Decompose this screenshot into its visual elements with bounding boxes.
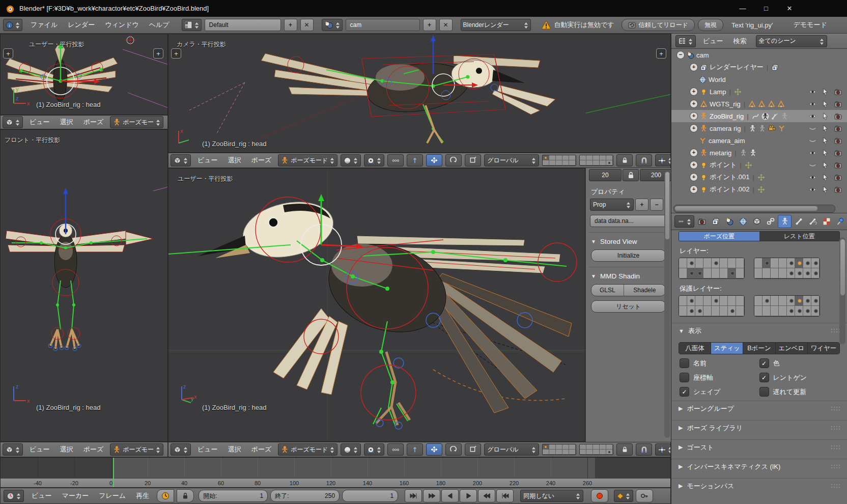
layer-cell[interactable] xyxy=(543,450,549,455)
layer-cell[interactable] xyxy=(543,444,549,450)
layer-cell[interactable] xyxy=(549,155,556,160)
layer-cell[interactable] xyxy=(586,450,593,455)
initialize-button[interactable]: Initialize xyxy=(591,249,666,262)
outliner-item-world[interactable]: World xyxy=(671,73,847,86)
layer-cell[interactable] xyxy=(593,160,600,165)
next-key-button[interactable] xyxy=(478,489,495,502)
outliner-item--002[interactable]: +ポイント.002| xyxy=(671,183,847,195)
layer-cell[interactable] xyxy=(811,296,820,306)
layer-cell[interactable] xyxy=(580,444,586,450)
person-icon[interactable] xyxy=(749,149,757,157)
layer-cell[interactable] xyxy=(754,258,763,268)
layer-cell[interactable] xyxy=(771,296,779,306)
scene-add-button[interactable]: + xyxy=(423,19,436,31)
panel-モーションパス[interactable]: ▶モーションパス xyxy=(671,478,847,493)
reset-button[interactable]: リセット xyxy=(591,300,666,313)
snap-magnet-button[interactable] xyxy=(636,154,652,166)
layer-cell[interactable] xyxy=(606,155,613,160)
outliner-item--[interactable]: +レンダーレイヤー| xyxy=(671,61,847,73)
camera-icon[interactable] xyxy=(834,161,842,169)
npanel-scrollbar[interactable] xyxy=(664,171,670,438)
expander-plus-icon[interactable]: + xyxy=(690,173,698,181)
expander-plus-icon[interactable]: + xyxy=(690,124,698,132)
layer-cell[interactable] xyxy=(720,306,728,316)
tri-icon[interactable] xyxy=(758,100,766,108)
camera-icon[interactable] xyxy=(834,174,842,181)
cursor-icon[interactable] xyxy=(822,113,829,120)
outliner-filter-dropdown[interactable]: 全てのシーン xyxy=(756,35,827,47)
gizmo-icon[interactable] xyxy=(757,186,765,193)
ignore-button[interactable]: 無視 xyxy=(698,19,723,31)
frame-end-field[interactable]: 終了:250 xyxy=(270,490,340,502)
props-tab-layers[interactable] xyxy=(709,215,722,228)
film-icon[interactable] xyxy=(768,125,776,132)
layer-cell[interactable] xyxy=(593,450,600,455)
layer-cell[interactable] xyxy=(562,160,569,165)
props-tab-world[interactable] xyxy=(737,215,749,228)
prop-add-button[interactable]: + xyxy=(635,199,648,211)
pose-position-button[interactable]: ポーズ位置 xyxy=(679,232,759,241)
shading-dropdown[interactable] xyxy=(341,154,361,166)
snap-element-dropdown[interactable] xyxy=(655,154,671,166)
stored-view-panel-header[interactable]: ▼Stored View xyxy=(591,238,666,245)
layer-cell[interactable] xyxy=(695,306,703,316)
expander-plus-icon[interactable]: + xyxy=(690,185,698,193)
props-tab-pin[interactable] xyxy=(834,215,846,228)
layer-cell[interactable] xyxy=(763,306,771,316)
display-panel-header[interactable]: ▼ 表示 xyxy=(671,323,847,338)
manipulator-rotate-button[interactable] xyxy=(445,443,462,456)
pivot-dropdown[interactable] xyxy=(364,443,384,456)
layer-cell[interactable] xyxy=(795,258,803,268)
viewport-front-ortho[interactable]: フロント・平行投影 (1) ZooBird_rig : head z x xyxy=(0,129,168,442)
time-indicator-button[interactable] xyxy=(157,489,174,502)
layer-cell[interactable] xyxy=(600,160,606,165)
lock-range-button[interactable] xyxy=(177,489,194,502)
layer-cell[interactable] xyxy=(703,296,712,306)
viewport-menu-0[interactable]: ビュー xyxy=(194,156,221,165)
layer-cell[interactable] xyxy=(679,306,687,316)
layer-cell[interactable] xyxy=(679,258,687,268)
prop-remove-button[interactable]: − xyxy=(650,199,663,211)
layer-cell[interactable] xyxy=(728,296,736,306)
mode-dropdown[interactable]: ポーズモード xyxy=(278,443,337,456)
menu-0[interactable]: ファイル xyxy=(25,20,63,30)
layer-cell[interactable] xyxy=(569,450,576,455)
outliner-menu-0[interactable]: ビュー xyxy=(698,37,728,46)
scene-lock-button[interactable] xyxy=(616,443,633,456)
person-dim-icon[interactable] xyxy=(781,113,788,120)
manipulator-axis-button[interactable] xyxy=(407,443,423,456)
snap-element-dropdown[interactable] xyxy=(655,443,671,456)
viewport-menu-2[interactable]: ポーズ xyxy=(80,118,107,127)
bone-display-mode-ワイヤー[interactable]: ワイヤー xyxy=(808,343,839,354)
panel-ポーズ ライブラリ[interactable]: ▶ポーズ ライブラリ xyxy=(671,420,847,435)
gizmo-icon[interactable] xyxy=(734,88,742,96)
person-hl-icon[interactable] xyxy=(761,113,769,120)
panel-grip-icon[interactable] xyxy=(831,328,840,333)
eye-icon[interactable] xyxy=(809,174,816,181)
expander-plus-icon[interactable]: + xyxy=(690,149,698,157)
layer-cell[interactable] xyxy=(695,296,703,306)
playhead[interactable] xyxy=(113,458,114,488)
props-tab-armature[interactable] xyxy=(778,215,792,228)
layer-cell[interactable] xyxy=(771,306,779,316)
layer-cell[interactable] xyxy=(580,155,586,160)
armature-layers-grid[interactable] xyxy=(679,258,745,279)
layer-cell[interactable] xyxy=(580,160,586,165)
layer-cell[interactable] xyxy=(763,258,771,268)
layer-cell[interactable] xyxy=(811,268,820,278)
scene-lock-button[interactable] xyxy=(616,154,633,166)
layer-cell[interactable] xyxy=(728,258,736,268)
layer-cell[interactable] xyxy=(728,268,736,278)
mode-dropdown[interactable]: ポーズモー xyxy=(110,443,163,456)
eye-icon[interactable] xyxy=(809,100,816,108)
expander-plus-icon[interactable]: + xyxy=(690,88,698,96)
panel-grip-icon[interactable] xyxy=(831,406,840,411)
layer-cell[interactable] xyxy=(736,296,744,306)
gizmo-icon[interactable] xyxy=(757,174,765,181)
layer-block[interactable] xyxy=(542,155,576,166)
menu-2[interactable]: ウィンドウ xyxy=(100,20,144,30)
editor-type-outliner-dropdown[interactable] xyxy=(675,35,696,47)
properties-context-dropdown[interactable] xyxy=(674,215,694,228)
camera-icon[interactable] xyxy=(834,186,842,193)
cursor-icon[interactable] xyxy=(822,137,829,145)
